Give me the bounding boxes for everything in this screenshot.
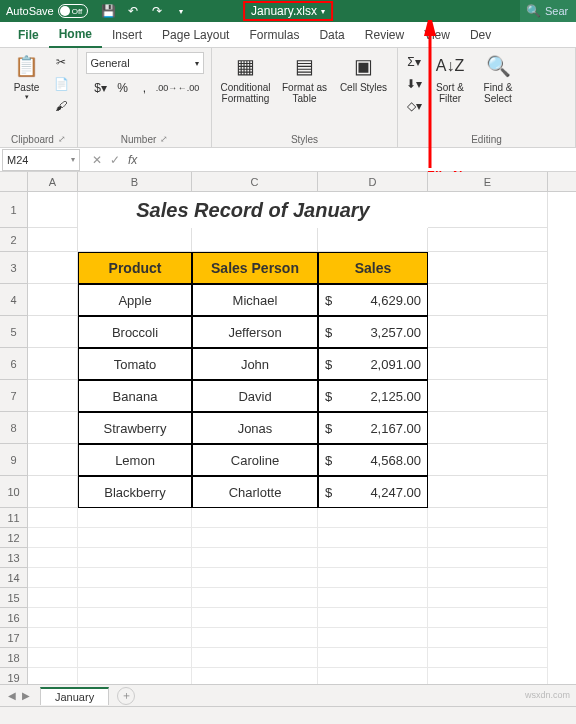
cell-sales[interactable]: $3,257.00 [318,316,428,348]
tab-file[interactable]: File [8,22,49,48]
number-format-dropdown[interactable]: General▾ [86,52,204,74]
header-person[interactable]: Sales Person [192,252,318,284]
cell-sales[interactable]: $2,167.00 [318,412,428,444]
filename-box[interactable]: January.xlsx ▾ [243,1,333,21]
cell-person[interactable]: Jefferson [192,316,318,348]
cell-person[interactable]: Charlotte [192,476,318,508]
cut-icon[interactable]: ✂ [51,52,71,72]
row-header[interactable]: 4 [0,284,28,316]
percent-icon[interactable]: % [113,78,133,98]
tab-dev[interactable]: Dev [460,22,501,48]
group-editing: Σ▾ ⬇▾ ◇▾ A↓Z Sort & Filter 🔍 Find & Sele… [398,48,576,147]
filename-text: January.xlsx [251,4,317,18]
row-13: 13 [0,548,576,568]
save-icon[interactable]: 💾 [100,2,118,20]
row-header[interactable]: 9 [0,444,28,476]
search-box[interactable]: 🔍 Sear [520,0,576,22]
increase-decimal-icon[interactable]: .00→ [157,78,177,98]
col-header-E[interactable]: E [428,172,548,191]
qat-customize-icon[interactable]: ▾ [172,2,190,20]
tab-home[interactable]: Home [49,22,102,48]
cell-person[interactable]: David [192,380,318,412]
comma-icon[interactable]: , [135,78,155,98]
autosave-toggle[interactable]: Off [58,4,88,18]
cell-sales[interactable]: $4,629.00 [318,284,428,316]
cell[interactable] [28,192,78,228]
header-product[interactable]: Product [78,252,192,284]
tab-page-layout[interactable]: Page Layout [152,22,239,48]
row-header[interactable]: 10 [0,476,28,508]
header-sales[interactable]: Sales [318,252,428,284]
sort-filter-button[interactable]: A↓Z Sort & Filter [428,52,472,104]
format-painter-icon[interactable]: 🖌 [51,96,71,116]
title-cell[interactable]: Sales Record of January [78,192,428,228]
cell-product[interactable]: Strawberry [78,412,192,444]
grid-rows: 1 Sales Record of January 2 3 Product Sa… [0,192,576,688]
table-row: 6TomatoJohn$2,091.00 [0,348,576,380]
tab-insert[interactable]: Insert [102,22,152,48]
cell-sales[interactable]: $2,091.00 [318,348,428,380]
clipboard-launcher-icon[interactable]: ⤢ [58,134,66,144]
find-select-button[interactable]: 🔍 Find & Select [476,52,520,104]
row-header[interactable]: 1 [0,192,28,228]
cell-product[interactable]: Apple [78,284,192,316]
tab-review[interactable]: Review [355,22,414,48]
cell[interactable] [428,192,548,228]
sheet-nav-next-icon[interactable]: ▶ [22,690,30,701]
col-header-B[interactable]: B [78,172,192,191]
row-2: 2 [0,228,576,252]
sheet-tab-january[interactable]: January [40,687,109,705]
currency-icon[interactable]: $▾ [91,78,111,98]
cell-person[interactable]: Michael [192,284,318,316]
cell-sales[interactable]: $2,125.00 [318,380,428,412]
undo-icon[interactable]: ↶ [124,2,142,20]
col-header-D[interactable]: D [318,172,428,191]
cell-styles-icon: ▣ [350,52,378,80]
paste-button[interactable]: 📋 Paste ▾ [6,52,47,101]
row-header[interactable]: 2 [0,228,28,252]
cell-styles-button[interactable]: ▣ Cell Styles [336,52,391,93]
decrease-decimal-icon[interactable]: ←.00 [179,78,199,98]
tab-formulas[interactable]: Formulas [239,22,309,48]
row-header[interactable]: 7 [0,380,28,412]
watermark: wsxdn.com [525,690,570,700]
cell-product[interactable]: Broccoli [78,316,192,348]
clear-icon[interactable]: ◇▾ [404,96,424,116]
redo-icon[interactable]: ↷ [148,2,166,20]
cell-product[interactable]: Lemon [78,444,192,476]
format-as-table-button[interactable]: ▤ Format as Table [277,52,332,104]
autosum-icon[interactable]: Σ▾ [404,52,424,72]
cell-product[interactable]: Blackberry [78,476,192,508]
cell-sales[interactable]: $4,568.00 [318,444,428,476]
table-row: 7BananaDavid$2,125.00 [0,380,576,412]
row-header[interactable]: 8 [0,412,28,444]
cell-sales[interactable]: $4,247.00 [318,476,428,508]
name-box[interactable]: M24▾ [2,149,80,171]
group-label-editing: Editing [404,132,569,145]
cell-product[interactable]: Banana [78,380,192,412]
fill-icon[interactable]: ⬇▾ [404,74,424,94]
row-header[interactable]: 3 [0,252,28,284]
fx-icon[interactable]: fx [128,153,137,167]
group-styles: ▦ Conditional Formatting ▤ Format as Tab… [212,48,398,147]
conditional-formatting-button[interactable]: ▦ Conditional Formatting [218,52,273,104]
table-row: 10BlackberryCharlotte$4,247.00 [0,476,576,508]
cancel-formula-icon[interactable]: ✕ [92,153,102,167]
cell-person[interactable]: Caroline [192,444,318,476]
copy-icon[interactable]: 📄 [51,74,71,94]
tab-view[interactable]: View [414,22,460,48]
tab-data[interactable]: Data [309,22,354,48]
sheet-nav-prev-icon[interactable]: ◀ [8,690,16,701]
cell-product[interactable]: Tomato [78,348,192,380]
select-all-corner[interactable] [0,172,28,191]
col-header-A[interactable]: A [28,172,78,191]
row-header[interactable]: 5 [0,316,28,348]
enter-formula-icon[interactable]: ✓ [110,153,120,167]
number-launcher-icon[interactable]: ⤢ [160,134,168,144]
cell-person[interactable]: Jonas [192,412,318,444]
col-header-C[interactable]: C [192,172,318,191]
column-headers: A B C D E [0,172,576,192]
add-sheet-button[interactable]: ＋ [117,687,135,705]
cell-person[interactable]: John [192,348,318,380]
row-header[interactable]: 6 [0,348,28,380]
